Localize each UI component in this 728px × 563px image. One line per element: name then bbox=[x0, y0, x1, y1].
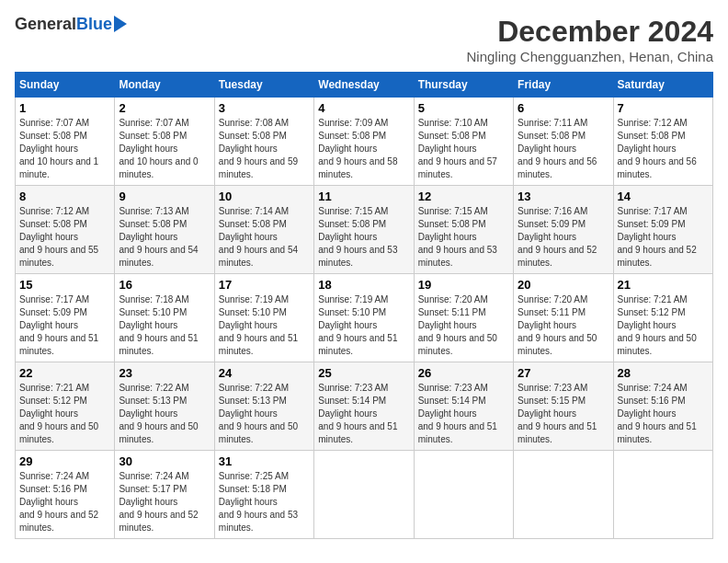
table-row: 3 Sunrise: 7:08 AM Sunset: 5:08 PM Dayli… bbox=[214, 98, 313, 186]
table-row: 5 Sunrise: 7:10 AM Sunset: 5:08 PM Dayli… bbox=[414, 98, 513, 186]
day-number: 25 bbox=[318, 366, 409, 380]
table-row: 16 Sunrise: 7:18 AM Sunset: 5:10 PM Dayl… bbox=[115, 274, 214, 362]
day-info: Sunrise: 7:07 AM Sunset: 5:08 PM Dayligh… bbox=[19, 117, 110, 181]
day-number: 7 bbox=[618, 101, 709, 115]
col-friday: Friday bbox=[514, 73, 613, 98]
table-row: 26 Sunrise: 7:23 AM Sunset: 5:14 PM Dayl… bbox=[414, 362, 513, 451]
col-monday: Monday bbox=[115, 73, 214, 98]
day-info: Sunrise: 7:12 AM Sunset: 5:08 PM Dayligh… bbox=[19, 205, 110, 270]
day-info: Sunrise: 7:17 AM Sunset: 5:09 PM Dayligh… bbox=[19, 293, 110, 358]
col-saturday: Saturday bbox=[613, 73, 712, 98]
table-row: 14 Sunrise: 7:17 AM Sunset: 5:09 PM Dayl… bbox=[613, 186, 712, 274]
day-info: Sunrise: 7:22 AM Sunset: 5:13 PM Dayligh… bbox=[219, 382, 310, 446]
day-number: 21 bbox=[618, 278, 709, 292]
day-number: 27 bbox=[518, 366, 609, 380]
table-row bbox=[514, 451, 613, 539]
logo-blue-text: Blue bbox=[76, 15, 112, 34]
day-info: Sunrise: 7:24 AM Sunset: 5:17 PM Dayligh… bbox=[119, 470, 210, 534]
table-row: 18 Sunrise: 7:19 AM Sunset: 5:10 PM Dayl… bbox=[314, 274, 414, 362]
table-row: 20 Sunrise: 7:20 AM Sunset: 5:11 PM Dayl… bbox=[514, 274, 613, 362]
day-number: 2 bbox=[119, 101, 210, 115]
day-number: 24 bbox=[219, 366, 310, 380]
day-info: Sunrise: 7:11 AM Sunset: 5:08 PM Dayligh… bbox=[518, 117, 609, 181]
table-row: 23 Sunrise: 7:22 AM Sunset: 5:13 PM Dayl… bbox=[115, 362, 214, 451]
day-number: 3 bbox=[219, 101, 310, 115]
day-info: Sunrise: 7:15 AM Sunset: 5:08 PM Dayligh… bbox=[318, 205, 409, 270]
table-row: 30 Sunrise: 7:24 AM Sunset: 5:17 PM Dayl… bbox=[115, 451, 214, 539]
day-number: 16 bbox=[119, 278, 210, 292]
day-info: Sunrise: 7:25 AM Sunset: 5:18 PM Dayligh… bbox=[219, 470, 310, 534]
day-number: 15 bbox=[19, 278, 110, 292]
table-row bbox=[414, 451, 513, 539]
month-title: December 2024 bbox=[466, 15, 713, 49]
day-info: Sunrise: 7:22 AM Sunset: 5:13 PM Dayligh… bbox=[119, 382, 210, 446]
table-row: 7 Sunrise: 7:12 AM Sunset: 5:08 PM Dayli… bbox=[613, 98, 712, 186]
week-row-5: 29 Sunrise: 7:24 AM Sunset: 5:16 PM Dayl… bbox=[16, 451, 713, 539]
day-info: Sunrise: 7:20 AM Sunset: 5:11 PM Dayligh… bbox=[518, 293, 609, 358]
table-row: 12 Sunrise: 7:15 AM Sunset: 5:08 PM Dayl… bbox=[414, 186, 513, 274]
table-row: 19 Sunrise: 7:20 AM Sunset: 5:11 PM Dayl… bbox=[414, 274, 513, 362]
day-number: 20 bbox=[518, 278, 609, 292]
table-row: 1 Sunrise: 7:07 AM Sunset: 5:08 PM Dayli… bbox=[16, 98, 115, 186]
day-info: Sunrise: 7:12 AM Sunset: 5:08 PM Dayligh… bbox=[618, 117, 709, 181]
table-row: 6 Sunrise: 7:11 AM Sunset: 5:08 PM Dayli… bbox=[514, 98, 613, 186]
table-row: 13 Sunrise: 7:16 AM Sunset: 5:09 PM Dayl… bbox=[514, 186, 613, 274]
day-number: 14 bbox=[618, 190, 709, 203]
day-number: 19 bbox=[418, 278, 509, 292]
col-thursday: Thursday bbox=[414, 73, 513, 98]
calendar-table: Sunday Monday Tuesday Wednesday Thursday… bbox=[15, 72, 713, 539]
day-info: Sunrise: 7:21 AM Sunset: 5:12 PM Dayligh… bbox=[618, 293, 709, 358]
day-number: 10 bbox=[219, 190, 310, 203]
day-info: Sunrise: 7:23 AM Sunset: 5:15 PM Dayligh… bbox=[518, 382, 609, 446]
day-info: Sunrise: 7:17 AM Sunset: 5:09 PM Dayligh… bbox=[618, 205, 709, 270]
day-number: 6 bbox=[518, 101, 609, 115]
day-info: Sunrise: 7:15 AM Sunset: 5:08 PM Dayligh… bbox=[418, 205, 509, 270]
table-row: 21 Sunrise: 7:21 AM Sunset: 5:12 PM Dayl… bbox=[613, 274, 712, 362]
day-info: Sunrise: 7:13 AM Sunset: 5:08 PM Dayligh… bbox=[119, 205, 210, 270]
table-row bbox=[613, 451, 712, 539]
day-number: 23 bbox=[119, 366, 210, 380]
week-row-4: 22 Sunrise: 7:21 AM Sunset: 5:12 PM Dayl… bbox=[16, 362, 713, 451]
day-info: Sunrise: 7:19 AM Sunset: 5:10 PM Dayligh… bbox=[318, 293, 409, 358]
col-sunday: Sunday bbox=[16, 73, 115, 98]
day-number: 8 bbox=[19, 190, 110, 203]
day-number: 11 bbox=[318, 190, 409, 203]
page-header: General Blue December 2024 Ningling Chen… bbox=[15, 15, 713, 64]
table-row: 31 Sunrise: 7:25 AM Sunset: 5:18 PM Dayl… bbox=[214, 451, 313, 539]
day-number: 18 bbox=[318, 278, 409, 292]
day-info: Sunrise: 7:08 AM Sunset: 5:08 PM Dayligh… bbox=[219, 117, 310, 181]
day-number: 4 bbox=[318, 101, 409, 115]
day-info: Sunrise: 7:14 AM Sunset: 5:08 PM Dayligh… bbox=[219, 205, 310, 270]
day-info: Sunrise: 7:16 AM Sunset: 5:09 PM Dayligh… bbox=[518, 205, 609, 270]
logo-arrow-icon bbox=[114, 16, 127, 32]
table-row: 27 Sunrise: 7:23 AM Sunset: 5:15 PM Dayl… bbox=[514, 362, 613, 451]
table-row: 28 Sunrise: 7:24 AM Sunset: 5:16 PM Dayl… bbox=[613, 362, 712, 451]
title-block: December 2024 Ningling Chengguanzhen, He… bbox=[466, 15, 713, 64]
day-info: Sunrise: 7:18 AM Sunset: 5:10 PM Dayligh… bbox=[119, 293, 210, 358]
col-wednesday: Wednesday bbox=[314, 73, 414, 98]
week-row-2: 8 Sunrise: 7:12 AM Sunset: 5:08 PM Dayli… bbox=[16, 186, 713, 274]
day-info: Sunrise: 7:23 AM Sunset: 5:14 PM Dayligh… bbox=[318, 382, 409, 446]
table-row: 11 Sunrise: 7:15 AM Sunset: 5:08 PM Dayl… bbox=[314, 186, 414, 274]
day-info: Sunrise: 7:07 AM Sunset: 5:08 PM Dayligh… bbox=[119, 117, 210, 181]
table-row: 4 Sunrise: 7:09 AM Sunset: 5:08 PM Dayli… bbox=[314, 98, 414, 186]
day-info: Sunrise: 7:09 AM Sunset: 5:08 PM Dayligh… bbox=[318, 117, 409, 181]
day-number: 29 bbox=[19, 454, 110, 468]
table-row bbox=[314, 451, 414, 539]
table-row: 24 Sunrise: 7:22 AM Sunset: 5:13 PM Dayl… bbox=[214, 362, 313, 451]
table-row: 29 Sunrise: 7:24 AM Sunset: 5:16 PM Dayl… bbox=[16, 451, 115, 539]
week-row-1: 1 Sunrise: 7:07 AM Sunset: 5:08 PM Dayli… bbox=[16, 98, 713, 186]
col-tuesday: Tuesday bbox=[214, 73, 313, 98]
location-text: Ningling Chengguanzhen, Henan, China bbox=[466, 49, 713, 64]
day-number: 13 bbox=[518, 190, 609, 203]
day-info: Sunrise: 7:23 AM Sunset: 5:14 PM Dayligh… bbox=[418, 382, 509, 446]
logo: General Blue bbox=[15, 15, 127, 34]
day-info: Sunrise: 7:10 AM Sunset: 5:08 PM Dayligh… bbox=[418, 117, 509, 181]
day-info: Sunrise: 7:24 AM Sunset: 5:16 PM Dayligh… bbox=[19, 470, 110, 534]
day-number: 1 bbox=[19, 101, 110, 115]
day-number: 17 bbox=[219, 278, 310, 292]
day-info: Sunrise: 7:21 AM Sunset: 5:12 PM Dayligh… bbox=[19, 382, 110, 446]
logo-general-text: General bbox=[15, 15, 76, 34]
day-info: Sunrise: 7:19 AM Sunset: 5:10 PM Dayligh… bbox=[219, 293, 310, 358]
day-number: 30 bbox=[119, 454, 210, 468]
